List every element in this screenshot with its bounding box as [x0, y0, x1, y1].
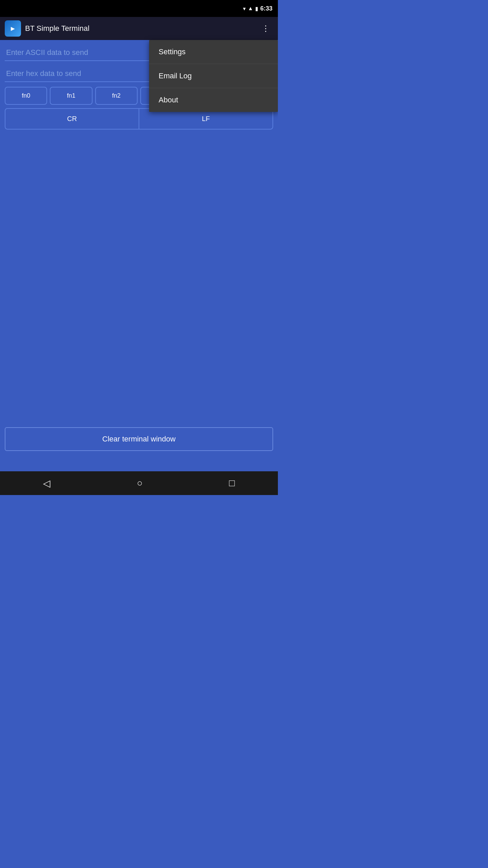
app-bar: ► BT Simple Terminal ⋮ — [0, 17, 278, 40]
status-time: 6:33 — [260, 5, 272, 12]
menu-item-settings[interactable]: Settings — [149, 40, 278, 64]
back-button[interactable]: ◁ — [40, 475, 53, 492]
overflow-menu-button[interactable]: ⋮ — [259, 21, 273, 36]
nav-bar: ◁ ○ □ — [0, 471, 278, 495]
clear-terminal-button[interactable]: Clear terminal window — [5, 427, 273, 451]
status-icons: ▾ ▲ ▮ 6:33 — [243, 5, 272, 12]
bluetooth-icon: ► — [9, 25, 16, 33]
dropdown-menu: Settings Email Log About — [149, 40, 278, 112]
menu-item-email-log[interactable]: Email Log — [149, 64, 278, 88]
fn1-button[interactable]: fn1 — [50, 87, 92, 105]
battery-icon: ▮ — [255, 5, 258, 12]
menu-item-about[interactable]: About — [149, 88, 278, 112]
app-bar-left: ► BT Simple Terminal — [5, 20, 89, 37]
page-wrapper: ▾ ▲ ▮ 6:33 ► BT Simple Terminal ⋮ fn0 fn… — [0, 0, 278, 495]
signal-icon: ▲ — [248, 5, 253, 12]
home-button[interactable]: ○ — [134, 475, 145, 491]
fn0-button[interactable]: fn0 — [5, 87, 47, 105]
fn2-button[interactable]: fn2 — [95, 87, 138, 105]
app-icon: ► — [5, 20, 21, 37]
app-title: BT Simple Terminal — [25, 24, 89, 33]
recents-button[interactable]: □ — [226, 475, 238, 491]
status-bar: ▾ ▲ ▮ 6:33 — [0, 0, 278, 17]
cr-button[interactable]: CR — [5, 108, 139, 130]
wifi-icon: ▾ — [243, 5, 246, 12]
